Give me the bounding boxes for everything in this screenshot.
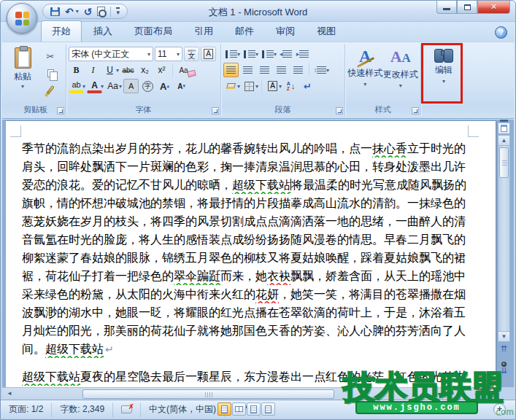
underline-dropdown[interactable]: ▾ — [116, 67, 119, 74]
help-button[interactable]: ? — [495, 26, 507, 39]
print-preview-button[interactable] — [97, 7, 105, 16]
line-spacing-button[interactable]: ↕ — [312, 63, 328, 77]
highlight-dropdown[interactable]: ▾ — [82, 83, 85, 90]
font-color-dropdown[interactable]: ▾ — [101, 83, 104, 90]
paste-button[interactable]: 粘贴 ▾ — [7, 45, 38, 101]
undo-dropdown[interactable]: ▾ — [76, 8, 79, 15]
tab-review[interactable]: 审阅 — [266, 21, 305, 42]
doc-line[interactable]: 裾，荷花仙子打着一把绿色的翠伞蹁跹而来，她衣袂飘飘，娇羞含面，从天上的瑶池中 — [22, 267, 473, 285]
align-center-button[interactable] — [240, 63, 255, 77]
scroll-left-button[interactable]: ◄ — [4, 389, 15, 400]
decrease-indent-button[interactable]: ◂ — [278, 47, 293, 61]
shrink-font-button[interactable]: A▾ — [174, 79, 189, 93]
tab-references[interactable]: 引用 — [184, 21, 223, 42]
font-color-button[interactable]: A — [87, 79, 102, 93]
page-indicator[interactable]: 页面: 1/2 — [1, 402, 52, 417]
change-styles-button[interactable]: AA 更改样式 ▾ — [383, 45, 419, 104]
restore-button[interactable] — [457, 1, 477, 14]
borders-button[interactable] — [242, 79, 257, 93]
asian-layout-dropdown[interactable]: ▾ — [279, 83, 282, 90]
fullscreen-reading-view-button[interactable] — [232, 402, 246, 416]
doc-line[interactable]: 波飘渺的湖水中，她眼一眨，将耀眼的红光点播在苍翠欲滴的荷叶上，于是，沐浴着五 — [22, 303, 473, 322]
outline-view-button[interactable] — [261, 402, 275, 416]
hscroll-thumb[interactable] — [82, 389, 334, 399]
tab-insert[interactable]: 插入 — [83, 21, 123, 42]
document-page[interactable]: 季节的流韵点染出岁月的芬芳，花儿的馨香婉转出风儿的吟唱，点一抹心香立于时光的肩头… — [6, 121, 496, 387]
styles-dialog-launcher[interactable] — [412, 107, 419, 114]
borders-dropdown[interactable]: ▾ — [255, 83, 258, 90]
line-spacing-dropdown[interactable]: ▾ — [326, 67, 329, 74]
strikethrough-button[interactable]: abc — [120, 63, 136, 77]
multilevel-dropdown[interactable]: ▾ — [274, 51, 277, 58]
cut-button[interactable]: ✂ — [41, 49, 60, 63]
font-dialog-launcher[interactable] — [212, 107, 219, 114]
scroll-track[interactable] — [498, 146, 510, 331]
justify-button[interactable] — [274, 63, 289, 77]
align-left-button[interactable] — [223, 63, 239, 77]
save-button[interactable] — [50, 7, 60, 16]
quick-styles-button[interactable]: A 快速样式 ▾ — [347, 45, 383, 104]
proofing-status-button[interactable]: ✗ — [113, 402, 141, 417]
text-highlight-button[interactable]: ab — [69, 79, 84, 93]
minimize-button[interactable] — [436, 1, 457, 14]
distribute-button[interactable] — [290, 63, 306, 77]
close-button[interactable]: ✕ — [477, 1, 510, 14]
asian-layout-button[interactable]: A — [265, 79, 280, 93]
copy-button[interactable] — [41, 66, 60, 80]
ruler-toggle-button[interactable] — [498, 122, 510, 134]
redo-button[interactable]: ↺ — [84, 7, 93, 17]
grow-font-button[interactable]: A▴ — [157, 79, 172, 93]
align-right-button[interactable] — [257, 63, 272, 77]
previous-page-button[interactable]: ⇈ — [498, 344, 510, 354]
tab-mailings[interactable]: 邮件 — [225, 21, 264, 42]
doc-line[interactable]: 葱茏妖娆在岁月的枝头，将四季的风景切割成点点滴滴洒落一地的思绪，一曲醉人的清 — [22, 212, 473, 230]
increase-indent-button[interactable]: ▸ — [295, 47, 310, 61]
doc-line[interactable]: 肩头，回眸处飘洒下一片斑斓的色彩，掬一捧清泉温润思慕的心田，转身处泼墨出几许 — [22, 158, 473, 176]
underline-button[interactable]: U — [102, 63, 118, 77]
shading-dropdown[interactable]: ▾ — [237, 83, 240, 90]
doc-line[interactable]: 爱恋的浪花。爱的记忆不甘风儿的晾晒，超级下载站将最温柔的时光写意成随风飘扬的 — [22, 176, 473, 194]
numbering-button[interactable] — [242, 47, 257, 61]
scroll-up-button[interactable]: ▲ — [498, 135, 510, 146]
numbering-dropdown[interactable]: ▾ — [255, 51, 258, 58]
tab-view[interactable]: 视图 — [307, 21, 346, 42]
phonetic-guide-button[interactable]: wén 文 — [184, 47, 199, 61]
doc-line[interactable]: 柳絮迷蒙了春姑娘的眼脉，锦绣五月翠色的柳枝又将夏姑娘唤醒，踩着夏姑娘飘飞的裙 — [22, 249, 473, 267]
language-indicator[interactable]: 中文(简体，中国) — [141, 402, 225, 417]
doc-line[interactable]: 季节的流韵点染出岁月的芬芳，花儿的馨香婉转出风儿的吟唱，点一抹心香立于时光的 — [22, 139, 473, 158]
format-painter-button[interactable] — [41, 82, 60, 97]
show-formatting-marks-button[interactable]: ↵ — [300, 79, 315, 93]
doc-line[interactable]: 旗帜，情的怀想冲破城池的禁锢，将最抒情的片段描摹成高山流水的清韵。一抹绿色的 — [22, 194, 473, 212]
bullets-dropdown[interactable]: ▾ — [237, 51, 240, 58]
office-button[interactable] — [7, 3, 37, 34]
enclose-characters-button[interactable]: 字 — [140, 79, 155, 93]
multilevel-list-button[interactable] — [260, 47, 275, 61]
doc-line[interactable]: 月灿烂的阳光，那美丽的荷花仙子就将她那国色天香的芳姿、沁人心脾的芬芳洒向了人 — [22, 322, 473, 340]
font-name-select[interactable]: 宋体 (中文正文 ▾ — [69, 47, 153, 61]
shading-button[interactable] — [223, 79, 239, 93]
change-styles-dropdown[interactable]: ▾ — [383, 82, 419, 89]
subscript-button[interactable]: x₂ — [137, 63, 153, 77]
character-border-button[interactable]: A — [201, 47, 216, 61]
italic-button[interactable]: I — [85, 63, 101, 77]
bold-button[interactable]: B — [69, 63, 84, 77]
scroll-thumb[interactable] — [499, 147, 509, 178]
change-case-button[interactable]: Aa — [105, 79, 120, 93]
doc-line[interactable]: 间。超级下载站↵ — [22, 340, 473, 358]
quick-styles-dropdown[interactable]: ▾ — [347, 81, 383, 88]
split-handle[interactable] — [500, 120, 508, 122]
paragraph-dialog-launcher[interactable] — [336, 107, 343, 114]
doc-line[interactable]: 采来绿色的粉黛，从太阳的火海中衔来火红的花妍，她笑一笑，将满目的苍翠播撒在烟 — [22, 285, 473, 303]
undo-button[interactable]: ↶ — [65, 7, 74, 17]
tab-page-layout[interactable]: 页面布局 — [124, 21, 182, 42]
word-count[interactable]: 字数: 2,349 — [52, 402, 113, 417]
sort-button[interactable]: AZ ↓ — [283, 79, 299, 93]
superscript-button[interactable]: x² — [154, 63, 169, 77]
web-layout-view-button[interactable] — [247, 402, 261, 416]
doc-line[interactable]: 音氤氲在时光的脸庞，将人生的感悟装点成纷纷扬扬随风漫卷的情思。早春二月飘飞的 — [22, 230, 473, 249]
bullets-button[interactable] — [223, 47, 239, 61]
clipboard-dialog-launcher[interactable] — [57, 107, 64, 114]
change-case-dropdown[interactable]: ▾ — [119, 83, 122, 90]
clear-formatting-button[interactable]: Aa — [176, 63, 191, 77]
font-size-select[interactable]: 11 ▾ — [155, 47, 182, 61]
